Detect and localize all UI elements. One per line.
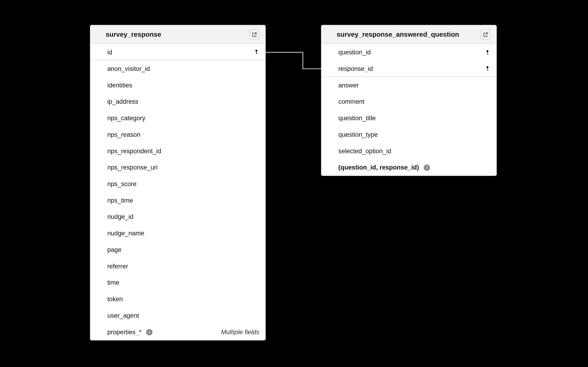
svg-point-6 xyxy=(486,66,489,68)
field-name: user_agent xyxy=(107,312,139,319)
field-row[interactable]: comment xyxy=(321,93,496,110)
svg-point-3 xyxy=(486,50,489,52)
field-row[interactable]: token xyxy=(90,291,265,307)
field-name: nudge_id xyxy=(107,213,133,220)
field-name: question_id xyxy=(338,48,371,56)
svg-point-0 xyxy=(255,50,258,52)
field-row[interactable]: nps_time xyxy=(90,192,265,209)
field-row[interactable]: question_title xyxy=(321,110,496,126)
field-name: answer xyxy=(338,81,359,89)
field-name: nps_respondent_id xyxy=(107,147,161,154)
field-row[interactable]: nps_respondent_id xyxy=(90,143,265,159)
field-row[interactable]: user_agent xyxy=(90,307,265,324)
svg-rect-2 xyxy=(256,53,257,54)
entity-title: survey_response_answered_question xyxy=(337,31,459,38)
info-icon: i xyxy=(424,165,430,171)
field-name: response_id xyxy=(338,65,373,72)
field-row[interactable]: identities xyxy=(90,77,265,93)
field-row-footer[interactable]: (question_id, response_id) i xyxy=(321,159,496,175)
entity-header: survey_response_answered_question xyxy=(321,25,496,44)
field-name: nps_reason xyxy=(107,131,140,138)
field-row-pk[interactable]: response_id xyxy=(321,60,496,77)
field-row-pk[interactable]: question_id xyxy=(321,44,496,60)
entity-survey-response: survey_response id anon_visitor_id ident… xyxy=(90,25,266,341)
field-row[interactable]: referrer xyxy=(90,258,265,274)
relationship-connector xyxy=(266,46,321,72)
field-name: identities xyxy=(107,81,132,89)
field-name: nudge_name xyxy=(107,229,144,236)
field-name: id xyxy=(107,48,112,56)
svg-rect-8 xyxy=(487,70,488,70)
field-name: nps_time xyxy=(107,197,133,204)
key-icon xyxy=(484,65,490,71)
entity-survey-response-answered-question: survey_response_answered_question questi… xyxy=(321,25,497,176)
open-in-new-icon[interactable] xyxy=(480,29,490,40)
field-name: ip_address xyxy=(107,98,138,105)
field-row[interactable]: nps_reason xyxy=(90,126,265,143)
field-name: question_title xyxy=(338,114,376,121)
open-in-new-icon[interactable] xyxy=(249,29,259,40)
field-row[interactable]: nps_score xyxy=(90,175,265,192)
field-name: time xyxy=(107,279,119,286)
field-name: (question_id, response_id) xyxy=(338,164,419,171)
field-name: comment xyxy=(338,98,364,105)
field-row[interactable]: nps_response_uri xyxy=(90,159,265,175)
field-name: question_type xyxy=(338,131,378,138)
field-row[interactable]: anon_visitor_id xyxy=(90,60,265,77)
entity-header: survey_response xyxy=(90,25,265,44)
field-row[interactable]: answer xyxy=(321,77,496,93)
field-row[interactable]: nps_category xyxy=(90,110,265,126)
field-row[interactable]: nudge_id xyxy=(90,209,265,225)
field-name: referrer xyxy=(107,262,128,269)
field-row[interactable]: time xyxy=(90,274,265,291)
entity-title: survey_response xyxy=(106,31,161,38)
field-name: properties_* xyxy=(107,328,141,335)
info-icon: i xyxy=(146,329,153,336)
svg-rect-5 xyxy=(487,54,488,54)
field-name: nps_score xyxy=(107,180,137,187)
field-row[interactable]: page xyxy=(90,241,265,258)
key-icon xyxy=(253,49,259,55)
field-name: nps_response_uri xyxy=(107,164,157,171)
field-row-footer[interactable]: properties_* i Multiple fields xyxy=(90,324,265,340)
field-note: Multiple fields xyxy=(221,328,259,335)
field-row[interactable]: ip_address xyxy=(90,93,265,110)
field-name: anon_visitor_id xyxy=(107,65,150,72)
field-name: nps_category xyxy=(107,114,145,121)
field-row[interactable]: question_type xyxy=(321,126,496,143)
field-row[interactable]: nudge_name xyxy=(90,225,265,241)
field-row[interactable]: selected_option_id xyxy=(321,143,496,159)
field-name: selected_option_id xyxy=(338,147,391,154)
key-icon xyxy=(484,49,490,55)
field-name: token xyxy=(107,295,123,302)
field-row-pk[interactable]: id xyxy=(90,44,265,60)
field-name: page xyxy=(107,246,121,253)
